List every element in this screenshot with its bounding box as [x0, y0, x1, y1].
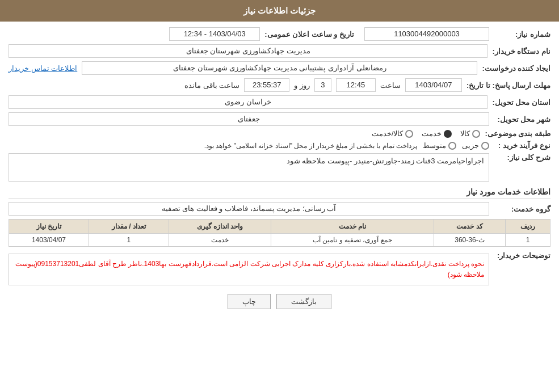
namDastgah-label: نام دستگاه خریدار: [492, 47, 550, 56]
ostan-value: خراسان رضوی [9, 95, 487, 109]
radio-kala-khadamat[interactable]: کالا/خدمت [372, 129, 414, 138]
namDastgah-value: مدیریت جهادکشاورزی شهرستان جعفتای [9, 44, 487, 58]
buyer-notes-value: نحوه پرداخت نقدی.ازایرانکدمشابه استفاده … [9, 254, 489, 285]
etelaat-link[interactable]: اطلاعات تماس خریدار [9, 64, 77, 73]
radio-jozi[interactable]: جزیی [462, 141, 489, 150]
table-row: 1 ث-36-360 جمع آوری، تصفیه و تامین آب خد… [9, 234, 550, 247]
row-noeFarayand: نوع فرآیند خرید : جزیی متوسط پرداخت تمام… [9, 141, 550, 150]
row-grooh: گروه خدمت: آب رسانی؛ مدیریت پسماند، فاضل… [9, 202, 550, 216]
purchase-note: پرداخت تمام یا بخشی از مبلغ خریدار از مح… [204, 142, 417, 150]
radio-khadamat-label: خدمت [422, 129, 442, 138]
radio-kala-khadamat-label: کالا/خدمت [372, 129, 404, 138]
row-ostan: استان محل تحویل: خراسان رضوی [9, 95, 550, 109]
mohlat-saat-label: ساعت [380, 81, 401, 90]
radio-mootasat-circle [448, 142, 456, 150]
cell-tarikh: 1403/04/07 [9, 234, 89, 247]
cell-radif: 1 [506, 234, 550, 247]
noeFarayand-label: نوع فرآیند خرید : [494, 141, 550, 150]
col-radif: ردیف [506, 220, 550, 234]
cell-tedad: 1 [89, 234, 169, 247]
radio-khadamat-circle [444, 130, 452, 138]
radio-jozi-circle [481, 142, 489, 150]
mohlat-baghimande: 23:55:37 [244, 78, 289, 92]
cell-kod: ث-36-360 [434, 234, 506, 247]
col-vahed: واحد اندازه گیری [169, 220, 271, 234]
sharh-value: اجراواحیامرمت 3قنات زمند-جاورتش-منیدر -پ… [9, 153, 489, 182]
back-button[interactable]: بازگشت [276, 294, 331, 309]
cell-nam: جمع آوری، تصفیه و تامین آب [271, 234, 434, 247]
row-ijadKonande: ایجاد کننده درخواست: رمضانعلی آزادواری پ… [9, 61, 550, 75]
row-sharh: شرح کلی نیاز: اجراواحیامرمت 3قنات زمند-ج… [9, 153, 550, 182]
col-tedad: تعداد / مقدار [89, 220, 169, 234]
col-tarikh: تاریخ نیاز [9, 220, 89, 234]
row-shomareNiaz: شماره نیاز: 1103004492000003 تاریخ و ساع… [9, 27, 550, 41]
tabaghe-radio-group: کالا خدمت کالا/خدمت [372, 129, 481, 138]
button-group: بازگشت چاپ [9, 294, 550, 309]
buyer-notes-label: توضیحات خریدار: [494, 251, 550, 260]
page-title: جزئیات اطلاعات نیاز [243, 6, 316, 15]
radio-kala-khadamat-circle [405, 130, 413, 138]
col-nam: نام خدمت [271, 220, 434, 234]
mohlat-roz-label: روز و [294, 81, 310, 90]
page-header: جزئیات اطلاعات نیاز [0, 0, 559, 22]
purchase-type-group: جزیی متوسط پرداخت تمام یا بخشی از مبلغ خ… [204, 141, 489, 150]
shahr-label: شهر محل تحویل: [494, 115, 550, 124]
mohlat-roz: 3 [314, 78, 331, 92]
print-button[interactable]: چاپ [228, 294, 271, 309]
tarikh-value: 1403/04/03 - 12:34 [169, 27, 260, 41]
radio-jozi-label: جزیی [462, 141, 479, 150]
tabaghe-label: طبقه بندی موضوعی: [485, 129, 550, 138]
service-table: ردیف کد خدمت نام خدمت واحد اندازه گیری ت… [9, 219, 550, 247]
ijadKonande-value: رمضانعلی آزادواری پشتیبانی مدیریت جهادکش… [82, 61, 477, 75]
sharh-label: شرح کلی نیاز: [494, 153, 550, 162]
mohlat-label: مهلت ارسال پاسخ: تا تاریخ: [466, 81, 550, 90]
ijadKonande-label: ایجاد کننده درخواست: [482, 64, 550, 73]
radio-kala-circle [472, 130, 480, 138]
grooh-label: گروه خدمت: [494, 205, 550, 213]
row-buyer-notes: توضیحات خریدار: نحوه پرداخت نقدی.ازایران… [9, 251, 550, 285]
grooh-value: آب رسانی؛ مدیریت پسماند، فاضلاب و فعالیت… [9, 202, 489, 216]
radio-kala-label: کالا [460, 129, 470, 138]
shahr-value: جعفتای [9, 112, 489, 126]
row-shahr: شهر محل تحویل: جعفتای [9, 112, 550, 126]
section-khadamat: اطلاعات خدمات مورد نیاز [9, 187, 550, 199]
col-kod: کد خدمت [434, 220, 506, 234]
cell-vahed: خدمت [169, 234, 271, 247]
mohlat-baghimande-label: ساعت باقی مانده [184, 81, 239, 90]
row-namDastgah: نام دستگاه خریدار: مدیریت جهادکشاورزی شه… [9, 44, 550, 58]
ostan-label: استان محل تحویل: [492, 98, 550, 107]
radio-kala[interactable]: کالا [460, 129, 480, 138]
mohlat-date: 1403/04/07 [405, 78, 462, 92]
radio-khadamat[interactable]: خدمت [422, 129, 452, 138]
mohlat-saat: 12:45 [336, 78, 376, 92]
radio-mootasat[interactable]: متوسط [423, 141, 456, 150]
tarikh-label: تاریخ و ساعت اعلان عمومی: [264, 30, 354, 39]
shomareNiaz-label: شماره نیاز: [494, 30, 550, 39]
shomareNiaz-value: 1103004492000003 [364, 27, 489, 41]
radio-mootasat-label: متوسط [423, 141, 446, 150]
row-tabaghe: طبقه بندی موضوعی: کالا خدمت کالا/خدمت [9, 129, 550, 138]
row-mohlat: مهلت ارسال پاسخ: تا تاریخ: 1403/04/07 سا… [9, 78, 550, 92]
